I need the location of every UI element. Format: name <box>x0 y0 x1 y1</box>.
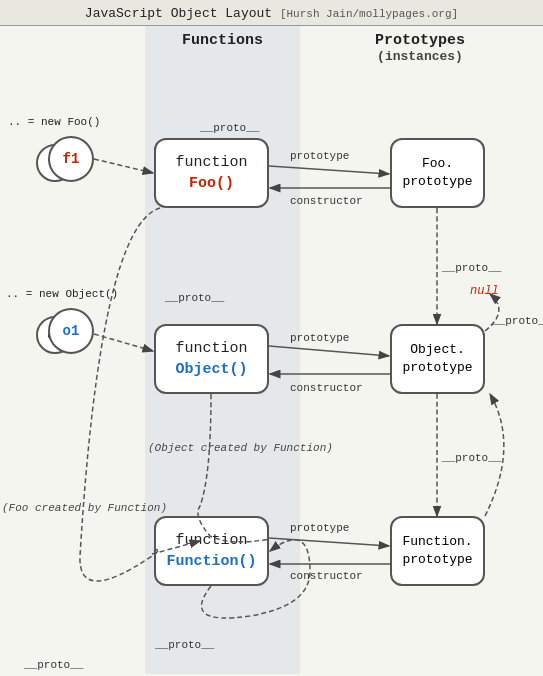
prototypes-subtitle: (instances) <box>340 49 500 64</box>
function-function-box: function Function() <box>154 516 269 586</box>
function-object-box: function Object() <box>154 324 269 394</box>
null-label: null <box>470 284 499 298</box>
foo-proto-label: Foo. prototype <box>402 155 472 191</box>
function-foo-box: function Foo() <box>154 138 269 208</box>
f1-label: f1 <box>63 151 80 167</box>
new-object-label: .. = new Object() <box>6 288 118 300</box>
prototypes-header: Prototypes (instances) <box>340 32 500 64</box>
object-prototype-box: Object. prototype <box>390 324 485 394</box>
o1-label: o1 <box>63 323 80 339</box>
object-fn-keyword: function <box>175 338 247 359</box>
svg-text:__proto__: __proto__ <box>23 659 84 671</box>
title-bar: JavaScript Object Layout [Hursh Jain/mol… <box>0 0 543 26</box>
f1-circle: f1 <box>48 136 94 182</box>
prototypes-title: Prototypes <box>340 32 500 49</box>
author-label: [Hursh Jain/mollypages.org] <box>280 8 458 20</box>
object-created-note: (Object created by Function) <box>148 442 278 454</box>
foo-fn-keyword: function <box>175 152 247 173</box>
svg-text:__proto__: __proto__ <box>441 452 502 464</box>
object-proto-label: Object. prototype <box>402 341 472 377</box>
o1-circle: o1 <box>48 308 94 354</box>
object-fn-name: Object() <box>175 359 247 380</box>
svg-text:constructor: constructor <box>290 195 363 207</box>
svg-text:__proto__: __proto__ <box>441 262 502 274</box>
svg-text:constructor: constructor <box>290 382 363 394</box>
new-foo-label: .. = new Foo() <box>8 116 100 128</box>
diagram-area: Functions Prototypes (instances) f2 f1 .… <box>0 26 543 674</box>
functions-header: Functions <box>145 26 300 49</box>
foo-prototype-box: Foo. prototype <box>390 138 485 208</box>
page-title: JavaScript Object Layout <box>85 6 272 21</box>
function-fn-name: Function() <box>166 551 256 572</box>
function-prototype-box: Function. prototype <box>390 516 485 586</box>
foo-created-note: (Foo created by Function) <box>2 502 102 514</box>
foo-fn-name: Foo() <box>189 173 234 194</box>
function-fn-keyword: function <box>175 530 247 551</box>
function-proto-label: Function. prototype <box>402 533 472 569</box>
svg-text:__proto__: __proto__ <box>491 315 543 327</box>
svg-text:constructor: constructor <box>290 570 363 582</box>
